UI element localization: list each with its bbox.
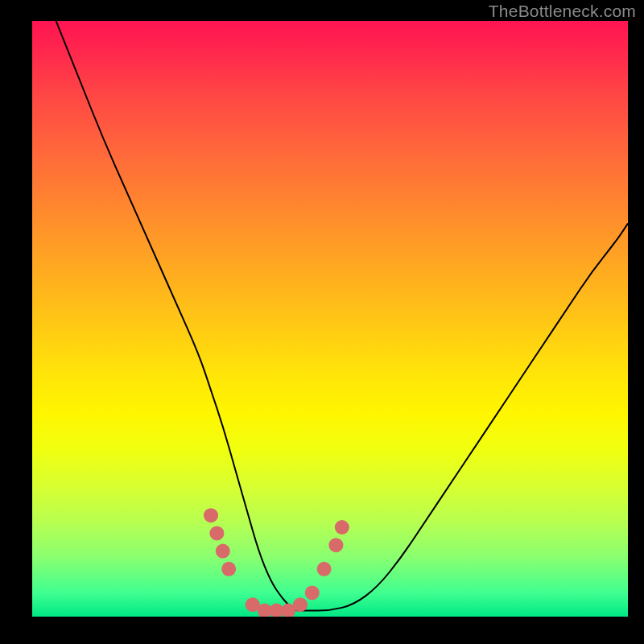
curve-markers [204,508,349,617]
curve-marker [317,562,332,576]
curve-marker [328,538,343,552]
curve-marker [305,585,320,600]
curve-marker [293,597,308,612]
curve-marker [204,508,218,522]
watermark-text: TheBottleneck.com [489,2,636,21]
chart-frame: TheBottleneck.com [0,0,644,644]
curve-marker [209,526,224,540]
bottleneck-curve [32,21,628,617]
curve-marker [216,544,230,559]
curve-marker [335,520,349,535]
curve-marker [221,562,236,576]
plot-area [32,21,628,617]
